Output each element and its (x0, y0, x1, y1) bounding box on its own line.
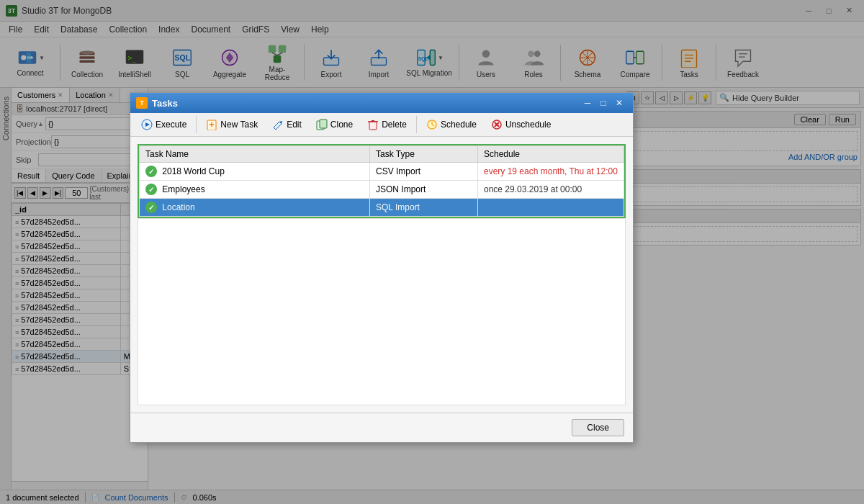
tasks-table-wrapper: Task Name Task Type Schedule ✓ 2018 Worl… (138, 144, 626, 218)
clone-label: Clone (330, 120, 353, 130)
execute-btn[interactable]: Execute (135, 116, 193, 133)
task-type-employees: JSON Import (370, 181, 478, 199)
modal-empty-area (138, 218, 626, 405)
task-name-location: Location (162, 202, 194, 212)
clone-btn[interactable]: Clone (310, 116, 359, 133)
modal-sep-1 (196, 116, 197, 133)
edit-btn[interactable]: Edit (266, 116, 308, 133)
svg-rect-41 (320, 120, 327, 128)
modal-overlay[interactable]: T Tasks ─ □ ✕ Execute New Task Edit (0, 0, 864, 504)
execute-label: Execute (156, 120, 186, 130)
new-task-label: New Task (220, 120, 258, 130)
modal-footer: Close (130, 413, 633, 442)
modal-minimize-btn[interactable]: ─ (580, 96, 595, 110)
task-status-location: ✓ (145, 202, 157, 213)
modal-content: Task Name Task Type Schedule ✓ 2018 Worl… (130, 137, 633, 413)
task-schedule-location (478, 199, 624, 217)
edit-icon (272, 119, 284, 130)
unschedule-btn[interactable]: Unschedule (485, 116, 557, 133)
col-schedule[interactable]: Schedule (478, 146, 624, 163)
task-type-location: SQL Import (370, 199, 478, 217)
task-schedule-employees: once 29.03.2019 at 00:00 (478, 181, 624, 199)
task-type-worldcup: CSV Import (370, 163, 478, 181)
new-task-icon (206, 119, 217, 130)
col-task-type[interactable]: Task Type (370, 146, 478, 163)
modal-sep-2 (416, 116, 417, 133)
close-dialog-btn[interactable]: Close (572, 419, 624, 436)
task-name-worldcup: 2018 World Cup (162, 166, 225, 176)
delete-label: Delete (382, 120, 407, 130)
task-status-worldcup: ✓ (145, 166, 157, 177)
task-status-employees: ✓ (145, 184, 157, 195)
modal-close-btn[interactable]: ✕ (611, 96, 627, 110)
task-row-employees[interactable]: ✓ Employees JSON Import once 29.03.2019 … (140, 181, 624, 199)
execute-icon (141, 119, 153, 130)
col-task-name[interactable]: Task Name (140, 146, 370, 163)
delete-btn[interactable]: Delete (361, 116, 413, 133)
tasks-table: Task Name Task Type Schedule ✓ 2018 Worl… (139, 145, 624, 217)
schedule-btn[interactable]: Schedule (420, 116, 483, 133)
modal-restore-btn[interactable]: □ (595, 96, 611, 110)
delete-icon (367, 119, 379, 130)
modal-icon: T (136, 97, 148, 109)
modal-title: Tasks (152, 98, 580, 109)
task-name-employees: Employees (162, 184, 204, 194)
unschedule-label: Unschedule (505, 120, 551, 130)
svg-rect-42 (369, 122, 377, 130)
edit-label: Edit (287, 120, 302, 130)
task-schedule-worldcup: every 19 each month, Thu at 12:00 (478, 163, 624, 181)
new-task-btn[interactable]: New Task (199, 116, 264, 133)
modal-toolbar: Execute New Task Edit Clone Delete (130, 113, 633, 137)
tasks-modal: T Tasks ─ □ ✕ Execute New Task Edit (130, 92, 634, 443)
clone-icon (316, 119, 328, 130)
task-row-worldcup[interactable]: ✓ 2018 World Cup CSV Import every 19 eac… (140, 163, 624, 181)
schedule-icon (426, 119, 438, 130)
modal-titlebar: T Tasks ─ □ ✕ (130, 93, 633, 113)
schedule-label: Schedule (441, 120, 477, 130)
unschedule-icon (491, 119, 503, 130)
task-row-location[interactable]: ✓ Location SQL Import (140, 199, 624, 217)
